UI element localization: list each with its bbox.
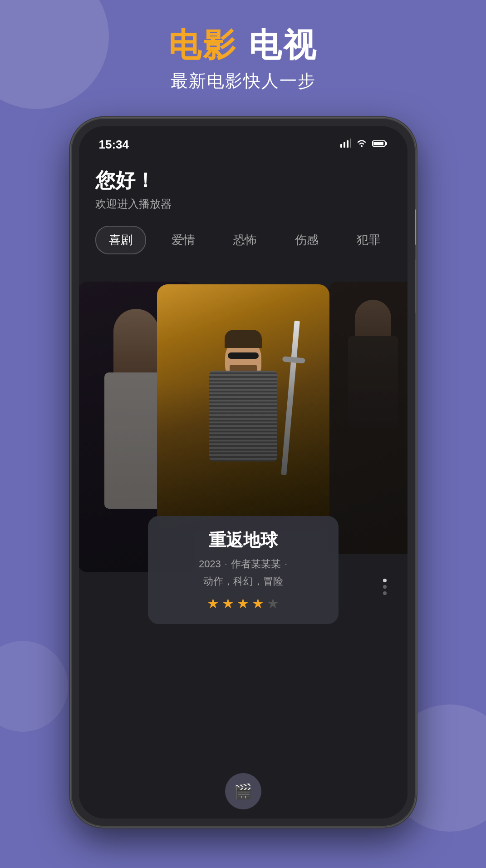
svg-rect-6 bbox=[373, 142, 383, 145]
wifi-icon bbox=[356, 139, 368, 150]
scroll-indicator bbox=[383, 579, 387, 595]
meta-separator-1: · bbox=[225, 558, 227, 570]
phone-volume-down-button bbox=[71, 295, 71, 332]
status-bar: 15:34 bbox=[79, 126, 407, 158]
movie-info-card: 重返地球 2023 · 作者某某某 · 动作，科幻，冒险 ★ ★ bbox=[148, 516, 339, 624]
movie-genres: 动作，科幻，冒险 bbox=[203, 575, 283, 588]
star-3: ★ bbox=[237, 595, 249, 611]
genre-tab-crime[interactable]: 犯罪 bbox=[344, 227, 393, 253]
svg-rect-2 bbox=[347, 140, 349, 148]
movie-year: 2023 bbox=[199, 558, 221, 570]
side-card-right[interactable] bbox=[328, 282, 407, 554]
signal-icon bbox=[340, 139, 351, 150]
phone-outer-frame: 15:34 bbox=[71, 118, 416, 827]
sub-greeting-text: 欢迎进入播放器 bbox=[95, 197, 391, 211]
status-icons bbox=[340, 139, 388, 150]
star-4: ★ bbox=[252, 595, 264, 611]
movie-meta: 2023 · 作者某某某 · 动作，科幻，冒险 bbox=[162, 557, 325, 588]
genre-tab-romance[interactable]: 爱情 bbox=[159, 227, 208, 253]
nav-movie-icon: 🎬 bbox=[234, 783, 252, 800]
phone-mockup: 15:34 bbox=[71, 118, 416, 827]
battery-icon bbox=[372, 139, 388, 150]
movie-title: 重返地球 bbox=[162, 529, 325, 552]
header-title-movie: 电影 bbox=[168, 27, 237, 63]
featured-movie-card[interactable]: 重返地球 2023 · 作者某某某 · 动作，科幻，冒险 ★ ★ bbox=[157, 284, 329, 624]
meta-separator-2: · bbox=[285, 558, 287, 570]
status-time: 15:34 bbox=[99, 138, 129, 152]
header-title-tv: 电视 bbox=[249, 27, 318, 63]
star-2: ★ bbox=[222, 595, 234, 611]
genre-tab-sad[interactable]: 伤感 bbox=[282, 227, 331, 253]
movie-rating: ★ ★ ★ ★ ★ bbox=[162, 595, 325, 611]
phone-power-button bbox=[415, 209, 416, 245]
svg-rect-0 bbox=[340, 144, 342, 148]
header-subtitle: 最新电影快人一步 bbox=[0, 69, 486, 93]
app-content: 您好！ 欢迎进入播放器 喜剧 爱情 恐怖 伤感 bbox=[79, 158, 407, 818]
star-5: ★ bbox=[267, 595, 279, 611]
star-1: ★ bbox=[207, 595, 219, 611]
svg-rect-7 bbox=[386, 142, 387, 145]
phone-screen: 15:34 bbox=[79, 126, 407, 818]
scroll-dot-1 bbox=[383, 579, 387, 582]
bg-decoration-circle-bottom-left bbox=[0, 641, 68, 732]
side-card-right-content bbox=[328, 282, 407, 554]
scroll-dot-2 bbox=[383, 585, 387, 589]
bottom-nav-button[interactable]: 🎬 bbox=[225, 773, 261, 809]
svg-point-4 bbox=[361, 145, 363, 147]
movie-poster bbox=[157, 284, 329, 530]
phone-volume-button-right bbox=[415, 259, 416, 313]
svg-rect-3 bbox=[350, 139, 351, 148]
movie-author: 作者某某某 bbox=[231, 557, 281, 571]
genre-tabs: 喜剧 爱情 恐怖 伤感 犯罪 bbox=[95, 226, 391, 254]
header-section: 电影 电视 最新电影快人一步 bbox=[0, 27, 486, 93]
phone-volume-up-button bbox=[71, 245, 71, 282]
movie-carousel: 重返地球 2023 · 作者某某某 · 动作，科幻，冒险 ★ ★ bbox=[95, 268, 391, 640]
genre-tab-horror[interactable]: 恐怖 bbox=[221, 227, 270, 253]
scroll-dot-3 bbox=[383, 591, 387, 595]
greeting-text: 您好！ bbox=[95, 167, 391, 194]
genre-tab-comedy[interactable]: 喜剧 bbox=[95, 226, 146, 254]
header-title: 电影 电视 bbox=[0, 27, 486, 63]
svg-rect-1 bbox=[344, 142, 345, 148]
